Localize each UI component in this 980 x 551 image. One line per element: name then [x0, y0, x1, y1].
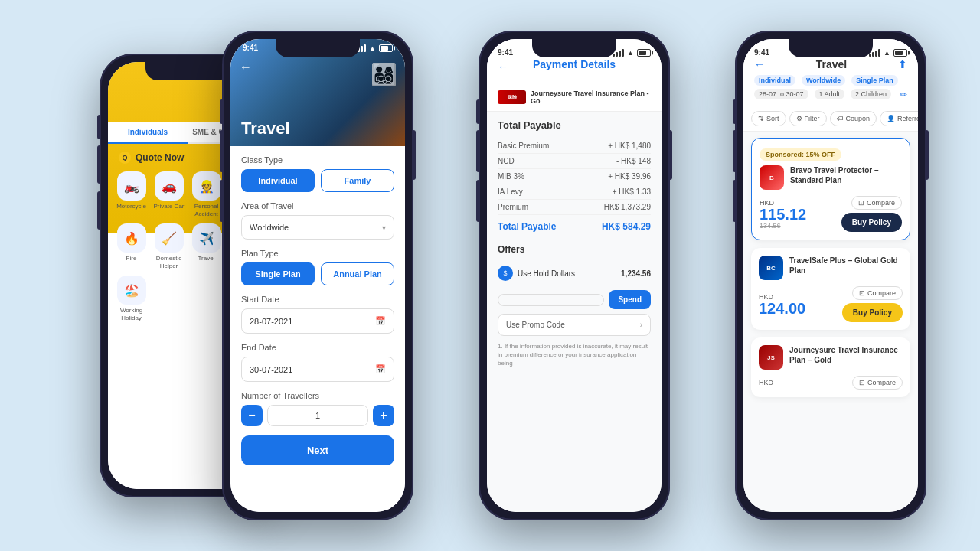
travel-icon: ✈️ [192, 223, 221, 253]
individual-btn[interactable]: Individual [241, 169, 315, 192]
travel-title-2: Travel [241, 119, 394, 139]
promo-row[interactable]: Use Promo Code › [498, 314, 651, 336]
total-label: Total Payable [498, 221, 556, 232]
travellers-input[interactable]: 1 [267, 405, 368, 426]
result-currency-1: HKD [760, 199, 806, 207]
list-item[interactable]: 🔥 Fire [116, 223, 147, 269]
coupon-label: Coupon [846, 115, 871, 122]
filter-adults: 1 Adult [815, 89, 845, 99]
filter-tab-individual[interactable]: Individual [754, 75, 795, 86]
travel-form: Class Type Individual Family Area of Tra… [230, 146, 405, 512]
area-label: Area of Travel [241, 201, 394, 210]
calendar-icon-end: 📅 [375, 364, 386, 374]
back-button-4[interactable]: ← [754, 58, 765, 70]
levy-value: + HK$ 1.33 [612, 187, 651, 196]
chevron-down-icon: ▾ [382, 223, 386, 232]
spend-input[interactable] [498, 294, 604, 306]
list-item[interactable]: 🚗 Private Car [153, 171, 185, 217]
list-item[interactable]: 👷 Personal Accident [191, 171, 222, 217]
phones-container: ▲ Individuals SME & Corporation Q Quote … [0, 0, 980, 551]
phone-4-screen: 9:41 ▲ ← Travel ⬆ [743, 39, 918, 512]
status-icons-2: ▲ [354, 44, 393, 52]
list-item[interactable]: ✈️ Travel [191, 223, 222, 269]
annual-plan-btn[interactable]: Annual Plan [321, 262, 394, 285]
result-name-2: TravelSafe Plus – Global Gold Plan [789, 256, 903, 276]
ncd-label: NCD [498, 157, 514, 165]
result-price-row-3: HKD ⊡ Compare [759, 376, 903, 390]
plus-button[interactable]: + [373, 405, 394, 426]
result-card-3: JS Journeysure Travel Insurance Plan – G… [751, 337, 910, 397]
back-button-2[interactable]: ← [240, 60, 252, 74]
holiday-label: Working Holiday [116, 307, 147, 321]
back-button-3[interactable]: ← [498, 60, 508, 73]
start-date-field[interactable]: 28-07-2021 📅 [241, 308, 394, 334]
buy-button-2[interactable]: Buy Policy [842, 303, 903, 322]
chevron-right-icon: › [640, 321, 642, 329]
filter-children: 2 Children [851, 89, 891, 99]
payment-line-mib: MIB 3% + HK$ 39.96 [498, 169, 651, 184]
wifi-icon-3: ▲ [627, 49, 634, 57]
filter-icon: ⚙ [796, 115, 802, 122]
notch-2 [276, 39, 360, 57]
fire-icon: 🔥 [117, 223, 146, 253]
coupon-button[interactable]: 🏷 Coupon [830, 111, 877, 126]
compare-button-2[interactable]: ⊡ Compare [852, 286, 903, 300]
compare-button-3[interactable]: ⊡ Compare [852, 376, 903, 390]
minus-button[interactable]: − [241, 405, 263, 426]
notch-3 [532, 39, 616, 57]
single-plan-btn[interactable]: Single Plan [241, 262, 315, 285]
start-date-label: Start Date [241, 295, 394, 304]
status-icons-3: ▲ [612, 49, 651, 57]
result-card-header-2: BC TravelSafe Plus – Global Gold Plan [759, 256, 903, 280]
filter-tab-single-plan[interactable]: Single Plan [851, 75, 898, 86]
edit-icon[interactable]: ✏ [900, 90, 907, 100]
filter-tabs: Individual Worldwide Single Plan [754, 75, 907, 86]
battery-icon-2 [379, 44, 393, 52]
referrer-button[interactable]: 👤 Referrer [880, 111, 918, 126]
results-scroll[interactable]: Sponsored: 15% OFF B Bravo Travel Protec… [743, 132, 918, 512]
filter-dates: 28-07 to 30-07 [754, 89, 808, 99]
filter-tab-worldwide[interactable]: Worldwide [802, 75, 845, 86]
result-currency-2: HKD [759, 293, 805, 301]
premium-label: Premium [498, 203, 528, 211]
hold-dollars-label: Use Hold Dollars [518, 269, 616, 278]
result-actions-2: ⊡ Compare Buy Policy [842, 286, 903, 322]
compare-button-1[interactable]: ⊡ Compare [851, 196, 902, 210]
area-select[interactable]: Worldwide ▾ [241, 215, 394, 240]
travellers-label: Number of Travellers [241, 391, 394, 400]
hold-dollars-row: $ Use Hold Dollars 1,234.56 [498, 261, 651, 285]
hold-dollars-value: 1,234.56 [621, 269, 651, 278]
offers-title: Offers [498, 244, 651, 255]
list-item[interactable]: 🧹 Domestic Helper [153, 223, 185, 269]
coupon-icon: 🏷 [837, 115, 844, 122]
spend-button[interactable]: Spend [609, 290, 651, 309]
result-actions-1: ⊡ Compare Buy Policy [841, 196, 902, 232]
payment-line-levy: IA Levy + HK$ 1.33 [498, 184, 651, 200]
end-date-field[interactable]: 30-07-2021 📅 [241, 357, 394, 382]
share-icon[interactable]: ⬆ [898, 58, 907, 70]
phone-3-screen: 9:41 ▲ ← Payment Details [487, 39, 662, 512]
battery-icon-3 [637, 49, 651, 57]
sort-button[interactable]: ⇅ Sort [751, 111, 786, 126]
next-button[interactable]: Next [241, 435, 394, 465]
result-price-block-2: HKD 124.00 [759, 293, 805, 316]
result-currency-3: HKD [759, 379, 773, 386]
plan-type-toggle: Single Plan Annual Plan [241, 262, 394, 285]
list-item[interactable]: 🏍️ Motorcycle [116, 171, 147, 217]
filter-button[interactable]: ⚙ Filter [789, 111, 827, 126]
end-date-label: End Date [241, 343, 394, 352]
tab-individuals[interactable]: Individuals [108, 122, 188, 144]
personal-accident-icon: 👷 [192, 171, 221, 201]
result-name-3: Journeysure Travel Insurance Plan – Gold [789, 345, 903, 365]
filter-label: Filter [805, 115, 820, 122]
list-item[interactable]: 🏖️ Working Holiday [116, 276, 147, 321]
start-date-value: 28-07-2021 [250, 317, 292, 326]
buy-button-1[interactable]: Buy Policy [841, 213, 902, 232]
family-btn[interactable]: Family [321, 169, 394, 192]
sort-label: Sort [766, 115, 779, 122]
compare-icon-2: ⊡ [859, 289, 865, 297]
status-time-2: 9:41 [243, 44, 258, 52]
insurer-row: 保險 Journeysure Travel Insurance Plan - G… [487, 83, 662, 112]
total-value: HK$ 584.29 [602, 221, 651, 232]
payment-scroll[interactable]: Total Payable Basic Premium + HK$ 1,480 … [487, 112, 662, 512]
